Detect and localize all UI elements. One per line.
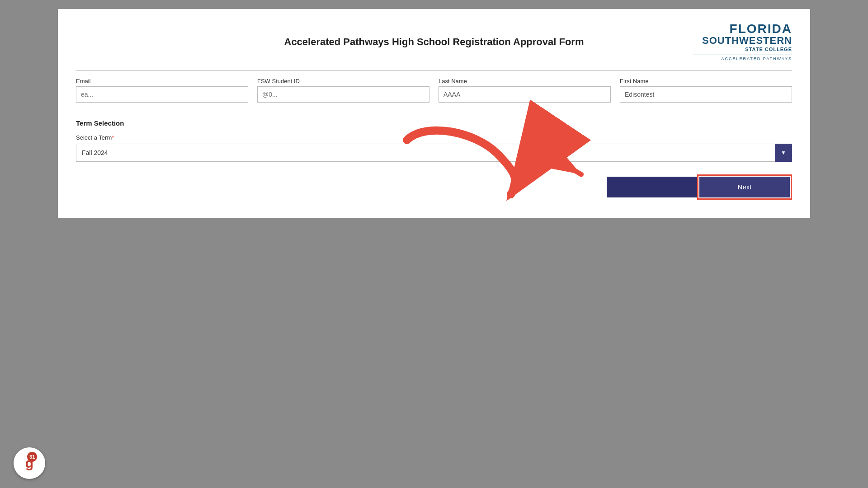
first-name-group: First Name [620, 78, 792, 103]
fsw-id-group: FSW Student ID [257, 78, 429, 103]
logo-state: STATE COLLEGE [745, 46, 792, 53]
fields-row: Email FSW Student ID Last Name First Nam… [76, 78, 792, 103]
top-divider [76, 70, 792, 70]
first-name-label: First Name [620, 78, 792, 84]
next-button-wrapper: Next [697, 174, 792, 200]
form-container: Accelerated Pathways High School Registr… [58, 9, 810, 218]
email-group: Email [76, 78, 248, 103]
last-name-input[interactable] [439, 86, 611, 103]
logo-accelerated: ACCELERATED PATHWAYS [721, 56, 792, 61]
logo-southwestern: SOUTHWESTERN [702, 35, 792, 46]
term-select-label: Select a Term* [76, 134, 792, 141]
logo-divider [693, 55, 792, 55]
logo-area: FLORIDA SOUTHWESTERN STATE COLLEGE ACCEL… [693, 23, 792, 61]
last-name-label: Last Name [439, 78, 611, 84]
term-select-wrapper: Fall 2024 Spring 2025 Summer 2025 [76, 144, 792, 162]
taskbar-icon[interactable]: g 31 [14, 447, 45, 479]
term-select[interactable]: Fall 2024 Spring 2025 Summer 2025 [76, 144, 792, 162]
email-input[interactable] [76, 86, 248, 103]
logo-florida: FLORIDA [730, 23, 792, 35]
middle-divider [76, 110, 792, 110]
prev-button[interactable] [607, 177, 697, 197]
fsw-id-label: FSW Student ID [257, 78, 429, 84]
taskbar-badge: 31 [27, 452, 37, 462]
term-section-title: Term Selection [76, 119, 792, 127]
page-title: Accelerated Pathways High School Registr… [175, 23, 693, 48]
term-section: Term Selection Select a Term* Fall 2024 … [76, 119, 792, 162]
next-button[interactable]: Next [699, 177, 790, 197]
buttons-row: Next [76, 174, 792, 200]
first-name-input[interactable] [620, 86, 792, 103]
email-label: Email [76, 78, 248, 84]
form-header: Accelerated Pathways High School Registr… [76, 23, 792, 61]
last-name-group: Last Name [439, 78, 611, 103]
taskbar-g-letter: g 31 [25, 455, 33, 471]
required-star: * [112, 134, 114, 141]
fsw-id-input[interactable] [257, 86, 429, 103]
